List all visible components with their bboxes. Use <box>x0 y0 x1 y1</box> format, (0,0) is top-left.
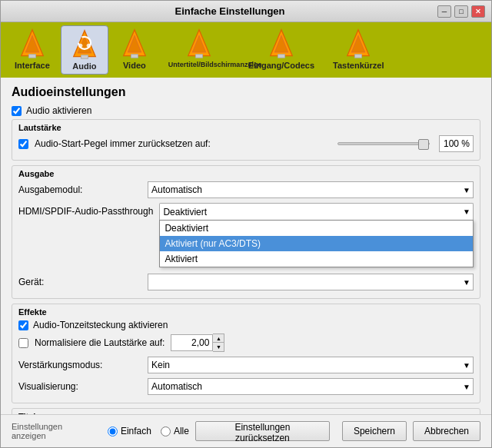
radio-einfach[interactable] <box>108 426 118 436</box>
device-label: Gerät: <box>18 277 141 287</box>
hdmi-option-deaktiviert[interactable]: Deaktiviert <box>160 221 473 236</box>
volume-reset-checkbox[interactable] <box>18 139 28 149</box>
verstaerkung-label: Verstärkungsmodus: <box>18 360 141 370</box>
radio-einfach-label[interactable]: Einfach <box>108 426 151 436</box>
tonstreckung-row: Audio-Tonzeitsteckung aktivieren <box>18 320 474 330</box>
interface-icon <box>17 28 48 59</box>
interface-label: Interface <box>15 61 50 70</box>
hdmi-dropdown-list: Deaktiviert Aktiviert (nur AC3/DTS) Akti… <box>159 220 474 267</box>
main-window: Einfache Einstellungen ─ □ ✕ Interface <box>0 0 492 448</box>
device-select[interactable] <box>148 274 474 290</box>
page-title: Audioeinstellungen <box>12 85 480 99</box>
window-title: Einfache Einstellungen <box>22 5 437 17</box>
audio-enable-label: Audio aktivieren <box>26 105 91 116</box>
tonstreckung-label: Audio-Tonzeitsteckung aktivieren <box>33 320 168 330</box>
audio-enable-checkbox[interactable] <box>12 106 22 116</box>
spin-down[interactable]: ▼ <box>213 343 224 351</box>
audio-label: Audio <box>72 61 96 71</box>
hdmi-select-wrapper[interactable]: Deaktiviert ▼ Deaktiviert Aktiviert (nur… <box>159 203 474 220</box>
svg-rect-11 <box>131 55 138 58</box>
volume-reset-row: Audio-Start-Pegel immer zurücksetzen auf… <box>18 135 474 152</box>
visualisierung-select-wrapper: Automatisch ▼ <box>148 378 474 395</box>
svg-rect-5 <box>81 55 88 58</box>
output-section: Ausgabe Ausgabemodul: Automatisch ▼ HDMI… <box>12 165 480 299</box>
normalize-label: Normalisiere die Lautstärke auf: <box>35 337 165 348</box>
hdmi-label: HDMI/SPDIF-Audio-Passthrough <box>18 206 153 217</box>
svg-rect-2 <box>28 55 35 58</box>
volume-section-label: Lautstärke <box>18 123 474 132</box>
close-button[interactable]: ✕ <box>471 5 485 18</box>
verstaerkung-select[interactable]: Kein <box>148 357 474 373</box>
hotkeys-label: Tastenkürzel <box>333 61 384 70</box>
normalize-checkbox[interactable] <box>18 338 28 348</box>
hdmi-select[interactable]: Deaktiviert <box>159 203 474 220</box>
toolbar-item-subtitles[interactable]: Untertitel/Bildschirmanzeige <box>161 25 238 75</box>
hdmi-row: HDMI/SPDIF-Audio-Passthrough Deaktiviert… <box>18 203 474 220</box>
hdmi-option-aktiviert[interactable]: Aktiviert <box>160 251 473 267</box>
effects-section-label: Effekte <box>18 307 474 317</box>
content-area: Audioeinstellungen Audio aktivieren Laut… <box>1 78 491 414</box>
titel-section-label: Titel <box>18 412 474 414</box>
normalize-spin: ▲ ▼ <box>171 334 224 352</box>
svg-point-7 <box>78 44 82 48</box>
svg-point-8 <box>87 44 91 48</box>
subtitles-label: Untertitel/Bildschirmanzeige <box>168 61 230 68</box>
video-label: Video <box>123 61 146 70</box>
output-module-select-wrapper: Automatisch ▼ <box>148 181 474 198</box>
svg-rect-20 <box>355 55 362 58</box>
tonstreckung-checkbox[interactable] <box>18 320 28 330</box>
normalize-row: Normalisiere die Lautstärke auf: ▲ ▼ <box>18 334 474 352</box>
verstaerkung-row: Verstärkungsmodus: Kein ▼ <box>18 357 474 373</box>
reset-button[interactable]: Einstellungen zurücksetzen <box>195 421 330 441</box>
hotkeys-icon <box>343 28 374 59</box>
titel-section: Titel Bevorzugte Audiosprache: Gespielte… <box>12 408 480 414</box>
volume-slider[interactable] <box>337 142 430 145</box>
device-row: Gerät: ▼ <box>18 274 474 290</box>
svg-rect-14 <box>195 55 202 58</box>
audio-enable-row: Audio aktivieren <box>12 105 480 116</box>
output-module-label: Ausgabemodul: <box>18 184 141 195</box>
titlebar: Einfache Einstellungen ─ □ ✕ <box>1 1 491 22</box>
codecs-icon <box>266 28 297 59</box>
spin-up[interactable]: ▲ <box>213 334 224 343</box>
volume-reset-label: Audio-Start-Pegel immer zurücksetzen auf… <box>35 138 328 149</box>
toolbar-item-audio[interactable]: Audio <box>61 25 108 75</box>
video-icon <box>119 28 150 59</box>
toolbar-item-hotkeys[interactable]: Tastenkürzel <box>325 25 391 75</box>
audio-icon <box>69 29 100 60</box>
subtitles-icon <box>184 28 214 59</box>
output-module-select[interactable]: Automatisch <box>148 181 474 198</box>
spin-buttons: ▲ ▼ <box>213 334 224 352</box>
toolbar-item-interface[interactable]: Interface <box>7 25 58 75</box>
cancel-button[interactable]: Abbrechen <box>413 421 480 441</box>
save-button[interactable]: Speichern <box>342 421 407 441</box>
radio-alle-label[interactable]: Alle <box>161 426 189 436</box>
radio-einfach-text: Einfach <box>121 426 151 436</box>
volume-section: Lautstärke Audio-Start-Pegel immer zurüc… <box>12 119 480 161</box>
codecs-label: Eingang/Codecs <box>248 61 314 70</box>
titlebar-controls: ─ □ ✕ <box>437 5 485 18</box>
volume-value-input[interactable] <box>439 135 474 152</box>
volume-slider-thumb[interactable] <box>418 139 429 150</box>
radio-group: Einfach Alle <box>108 426 189 436</box>
hdmi-option-ac3dts[interactable]: Aktiviert (nur AC3/DTS) <box>160 236 473 251</box>
output-section-label: Ausgabe <box>18 169 474 178</box>
visualisierung-row: Visualisierung: Automatisch ▼ <box>18 378 474 395</box>
settings-display-label: Einstellungen anzeigen <box>12 422 98 440</box>
visualisierung-select[interactable]: Automatisch <box>148 378 474 395</box>
svg-rect-17 <box>278 55 285 58</box>
toolbar-item-codecs[interactable]: Eingang/Codecs <box>241 25 322 75</box>
radio-alle[interactable] <box>161 426 171 436</box>
normalize-input[interactable] <box>171 334 213 351</box>
minimize-button[interactable]: ─ <box>437 5 451 18</box>
maximize-button[interactable]: □ <box>454 5 468 18</box>
verstaerkung-select-wrapper: Kein ▼ <box>148 357 474 373</box>
effects-section: Effekte Audio-Tonzeitsteckung aktivieren… <box>12 304 480 403</box>
output-module-row: Ausgabemodul: Automatisch ▼ <box>18 181 474 198</box>
footer: Einstellungen anzeigen Einfach Alle Eins… <box>1 414 491 447</box>
radio-alle-text: Alle <box>174 426 189 436</box>
toolbar: Interface Audio Video <box>1 22 491 78</box>
device-select-wrapper: ▼ <box>148 274 474 290</box>
visualisierung-label: Visualisierung: <box>18 381 141 392</box>
toolbar-item-video[interactable]: Video <box>111 25 158 75</box>
